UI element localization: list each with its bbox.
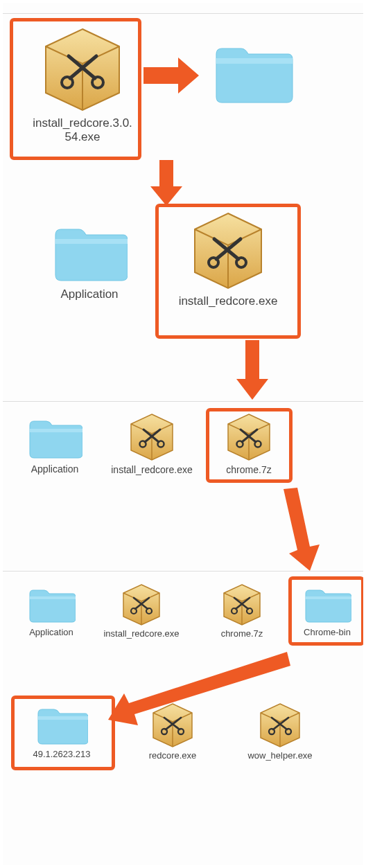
file-label: install_redcore.exe [166,294,290,308]
svg-rect-40 [306,596,351,599]
arrow-icon [140,55,202,96]
package-scissors-icon [256,701,304,748]
file-label: Application [13,463,96,475]
file-label: Application [34,287,145,301]
package-scissors-icon [220,582,264,626]
arrow-icon [277,488,332,574]
file-installer-2[interactable]: install_redcore.exe [166,209,290,308]
file-installer-4[interactable]: install_redcore.exe [100,582,183,639]
separator [3,13,363,14]
folder-chromebin-4[interactable]: Chrome-bin [293,585,362,638]
folder-icon [27,585,76,625]
file-label: install_redcore.exe [110,464,193,475]
arrow-icon [235,339,270,402]
package-scissors-icon [149,701,196,748]
package-scissors-icon [186,209,270,292]
arrow-icon [149,159,184,207]
file-label: redcore.exe [134,751,211,761]
file-chrome7z-4[interactable]: chrome.7z [204,582,280,639]
file-redcore-4[interactable]: redcore.exe [134,701,211,761]
file-label: 49.1.2623.213 [20,750,103,760]
svg-marker-54 [143,57,199,94]
folder-application-4[interactable]: Application [13,585,89,638]
file-label: chrome.7z [207,464,290,475]
svg-rect-6 [216,58,293,64]
svg-marker-57 [284,488,320,571]
folder-icon [27,415,82,461]
file-chrome7z-3[interactable]: chrome.7z [207,411,290,475]
folder-1[interactable] [200,39,304,111]
svg-rect-14 [30,429,82,432]
package-scissors-icon [127,411,177,461]
folder-application-2[interactable]: Application [34,221,145,301]
svg-rect-41 [38,716,88,720]
separator [3,401,363,402]
package-scissors-icon [119,582,164,626]
file-label: install_redcore.3.0.54.exe [31,116,134,143]
file-label: install_redcore.exe [100,629,183,639]
package-scissors-icon [37,24,128,114]
folder-icon [51,221,128,285]
folder-icon [35,704,88,747]
folder-version-4[interactable]: 49.1.2623.213 [20,704,103,760]
file-installer-3[interactable]: install_redcore.exe [110,411,193,475]
file-label: Application [13,628,89,638]
package-scissors-icon [224,411,274,461]
file-installer-1[interactable]: install_redcore.3.0.54.exe [31,24,134,143]
folder-icon [211,39,294,108]
svg-rect-7 [55,239,128,244]
folder-application-3[interactable]: Application [13,415,96,475]
diagram-canvas: install_redcore.3.0.54.exe Application [0,0,366,868]
svg-marker-56 [236,340,268,400]
file-label: chrome.7z [204,629,280,639]
separator [3,571,363,572]
file-label: wow_helper.exe [235,751,325,761]
folder-icon [303,585,351,625]
svg-rect-27 [30,596,76,599]
file-wowhelper-4[interactable]: wow_helper.exe [235,701,325,761]
svg-marker-55 [150,160,182,206]
file-label: Chrome-bin [293,628,362,638]
